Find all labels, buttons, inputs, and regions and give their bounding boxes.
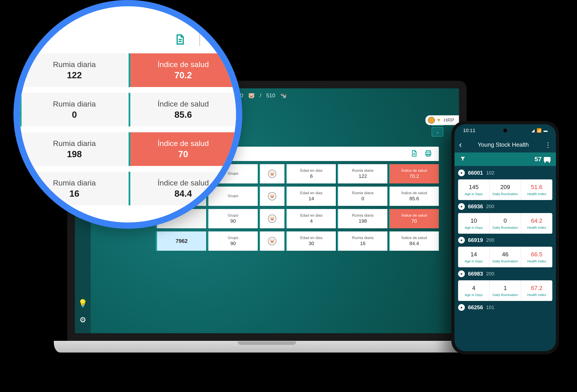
age-cell: Edad en dias6 <box>286 164 336 183</box>
phone-camera <box>503 128 507 133</box>
group-cell: Grupo90 <box>208 231 257 251</box>
health-index-cell: Índice de salud84.4 <box>389 231 439 251</box>
metrics-card[interactable]: 145Age in Days209Daily Rumination51.6Hea… <box>458 179 552 200</box>
health-index-cell: Índice de salud70.2 <box>389 164 439 183</box>
export-document-icon[interactable] <box>410 150 418 158</box>
metrics-card[interactable]: 10Age in Days0Daily Rumination64.2Health… <box>458 213 552 234</box>
clock: 10:11 <box>463 128 475 133</box>
chevron-down-icon: ⌄ <box>436 130 439 134</box>
rumination-cell: Rumia diaria122 <box>337 164 387 183</box>
pig-icon-cell: 🐷 <box>259 231 285 251</box>
pig-icon-cell: 🐷 <box>259 187 285 206</box>
rumination-cell: Rumia diaria0 <box>20 93 127 126</box>
more-menu-icon[interactable]: ⋮ <box>545 141 551 149</box>
group-cell: Grupo90 <box>208 209 257 228</box>
rumination-cell: Rumia diaria16 <box>20 172 127 205</box>
animal-id: 66001 <box>468 170 483 176</box>
health-metric: 67.2Health Index <box>521 280 552 301</box>
tag-icon: ● <box>458 304 465 311</box>
zoom-row: Rumia diaria0Índice de salud85.6 <box>20 93 236 126</box>
tag-icon: ● <box>458 270 465 277</box>
age-metric: 14Age in Days <box>458 247 489 267</box>
tag-icon: ● <box>458 170 465 176</box>
rumination-cell: Rumia diaria198 <box>20 132 127 166</box>
lightbulb-icon[interactable]: 💡 <box>78 299 87 308</box>
zoom-row: Rumia diaria122Índice de salud70.2 <box>20 53 236 87</box>
pig-icon: 🐷 <box>268 214 276 223</box>
phone-mockup: 10:11 ◢ 📶 ▬ ‹ Young Stock Health ⋮ 57 ●6… <box>451 121 559 354</box>
metrics-card[interactable]: 4Age in Days1Daily Rumination67.2Health … <box>458 280 552 301</box>
animal-group: 200 <box>486 204 494 210</box>
age-cell: Edad en dias30 <box>286 231 336 251</box>
age-cell: Edad en dias14 <box>286 187 336 206</box>
animal-count: 57 <box>535 156 541 163</box>
rumination-metric: 46Daily Rumination <box>489 247 521 267</box>
zoom-row: Rumia diaria198Índice de salud70 <box>20 132 236 166</box>
animal-id: 66919 <box>468 237 483 243</box>
health-index-cell: Índice de salud70.2 <box>129 53 236 87</box>
tag-icon: ● <box>458 203 465 210</box>
count-b: 510 <box>266 92 275 99</box>
rumination-cell: Rumia diaria122 <box>20 53 127 87</box>
mobile-filterbar: 57 <box>455 152 556 166</box>
back-button[interactable]: ‹ <box>459 140 462 150</box>
tag-icon: 🐷 <box>248 92 255 99</box>
export-document-icon[interactable] <box>174 34 186 46</box>
age-metric: 4Age in Days <box>458 280 489 301</box>
health-metric: 51.6Health Index <box>521 179 552 200</box>
pig-icon: 🐷 <box>268 237 276 245</box>
print-icon[interactable] <box>425 150 432 158</box>
metrics-card[interactable]: 14Age in Days46Daily Rumination66.5Healt… <box>458 247 552 267</box>
magnified-detail-view: Rumia diaria122Índice de salud70.2Rumia … <box>13 0 242 229</box>
health-index-cell: Índice de salud70 <box>389 209 439 228</box>
settings-icon[interactable]: ⚙ <box>79 315 86 324</box>
group-cell: Grupo <box>208 187 257 206</box>
rumination-metric: 0Daily Rumination <box>489 213 521 234</box>
cow-icon <box>544 157 550 161</box>
list-item-header[interactable]: ●66983200 <box>458 270 552 277</box>
table-row[interactable]: 7962Grupo90🐷Edad en dias30Rumia diaria16… <box>156 231 439 251</box>
animal-group: 101 <box>486 305 494 310</box>
signal-icon: 📶 <box>537 128 541 133</box>
age-cell: Edad en dias4 <box>286 209 336 228</box>
page-title: Young Stock Health <box>466 141 541 148</box>
rumination-metric: 1Daily Rumination <box>489 280 521 301</box>
list-item-header[interactable]: ●66256101 <box>458 304 552 311</box>
age-metric: 145Age in Days <box>458 179 489 200</box>
rumination-metric: 209Daily Rumination <box>489 179 521 200</box>
rumination-cell: Rumia diaria0 <box>337 187 387 206</box>
animal-group: 200 <box>486 237 494 243</box>
health-metric: 66.5Health Index <box>521 247 552 267</box>
table-row[interactable]: Grupo90🐷Edad en dias4Rumia diaria198Índi… <box>156 209 439 228</box>
rumination-cell: Rumia diaria198 <box>337 209 387 228</box>
health-index-cell: Índice de salud85.6 <box>389 187 439 206</box>
battery-icon: ▬ <box>543 128 547 133</box>
mobile-app: 10:11 ◢ 📶 ▬ ‹ Young Stock Health ⋮ 57 ●6… <box>455 124 556 351</box>
mobile-titlebar: ‹ Young Stock Health ⋮ <box>455 137 556 152</box>
cow-icon: 🐄 <box>280 92 287 99</box>
wifi-icon: ◢ <box>532 128 534 133</box>
animal-group: 102 <box>486 170 494 176</box>
collapse-button-2[interactable]: ⌄ <box>432 127 443 137</box>
list-item-header[interactable]: ●66919200 <box>458 237 552 244</box>
hrp-badge[interactable]: ▼ HRP <box>425 115 459 125</box>
animal-id: 66936 <box>468 203 483 210</box>
pig-icon: 🐷 <box>268 192 276 201</box>
age-metric: 10Age in Days <box>458 213 489 234</box>
animal-id: 66256 <box>468 304 483 311</box>
pig-icon-cell: 🐷 <box>259 164 285 183</box>
rumination-cell: Rumia diaria16 <box>337 231 387 251</box>
animal-list[interactable]: ●66001102145Age in Days209Daily Ruminati… <box>455 166 556 313</box>
animal-id: 66983 <box>468 271 483 277</box>
pig-icon-cell: 🐷 <box>259 209 285 228</box>
list-item-header[interactable]: ●66001102 <box>458 170 552 176</box>
list-item-header[interactable]: ●66936200 <box>458 203 552 210</box>
health-metric: 64.2Health Index <box>521 213 552 234</box>
animal-group: 200 <box>486 271 494 277</box>
animal-tag-cell: 7962 <box>156 231 206 251</box>
tag-icon: ● <box>458 237 465 244</box>
pig-icon: 🐷 <box>268 170 276 178</box>
health-index-cell: Índice de salud85.6 <box>129 93 236 126</box>
health-index-cell: Índice de salud70 <box>129 132 236 166</box>
filter-icon[interactable] <box>460 156 466 163</box>
